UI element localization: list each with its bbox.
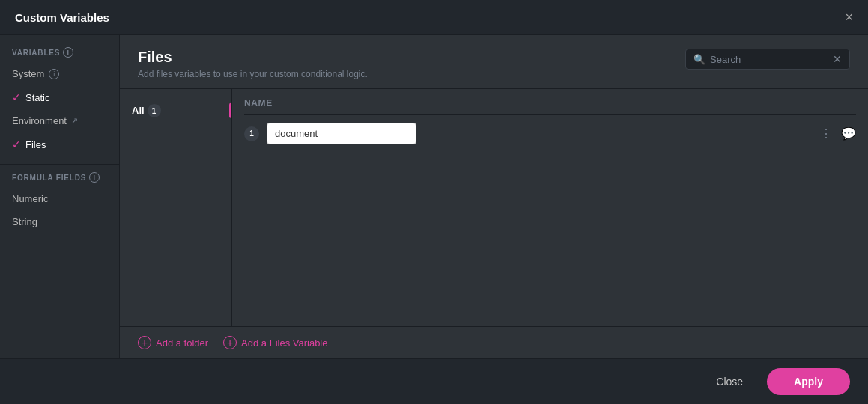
environment-label: Environment (12, 115, 67, 126)
close-icon[interactable]: × (845, 10, 853, 24)
folder-panel: All1 (120, 89, 232, 326)
add-variable-label: Add a Files Variable (241, 337, 327, 349)
custom-variables-modal: Custom Variables × VARIABLES i System i … (0, 0, 868, 404)
content-subtitle: Add files variables to use in your custo… (138, 69, 368, 79)
variable-name-input[interactable] (267, 123, 416, 144)
content-area: Files Add files variables to use in your… (120, 35, 868, 358)
name-column-header: Name (244, 98, 856, 115)
modal-title: Custom Variables (15, 11, 109, 24)
files-label: Files (25, 139, 46, 150)
files-check-icon: ✓ (12, 138, 21, 150)
formula-info-icon[interactable]: i (89, 172, 100, 183)
folder-all-count: 1 (148, 104, 161, 117)
row-comment-icon[interactable]: 💬 (841, 126, 856, 141)
static-check-icon: ✓ (12, 91, 21, 103)
sidebar-item-environment[interactable]: Environment ↗ (0, 109, 119, 132)
close-button[interactable]: Close (701, 370, 758, 394)
sidebar-divider (0, 164, 119, 165)
sidebar-item-string[interactable]: String (0, 210, 119, 233)
variables-info-icon[interactable]: i (63, 47, 73, 58)
system-info-icon[interactable]: i (49, 69, 59, 79)
add-folder-label: Add a folder (156, 337, 208, 349)
search-icon: 🔍 (694, 54, 705, 65)
row-actions: ⋮ 💬 (817, 125, 856, 142)
add-variable-link[interactable]: + Add a Files Variable (223, 336, 327, 349)
modal-body: VARIABLES i System i ✓ Static Environmen… (0, 35, 868, 358)
sidebar: VARIABLES i System i ✓ Static Environmen… (0, 35, 120, 358)
static-label: Static (25, 92, 50, 103)
content-footer: + Add a folder + Add a Files Variable (120, 326, 868, 358)
variables-section-label: VARIABLES i (0, 47, 119, 62)
clear-search-icon[interactable]: ✕ (833, 53, 842, 65)
folder-item-all[interactable]: All1 (120, 98, 231, 123)
content-header: Files Add files variables to use in your… (120, 35, 868, 89)
add-folder-link[interactable]: + Add a folder (138, 336, 208, 349)
add-folder-plus-icon: + (138, 336, 151, 349)
row-menu-icon[interactable]: ⋮ (817, 125, 835, 142)
content-title-block: Files Add files variables to use in your… (138, 49, 368, 79)
apply-button[interactable]: Apply (767, 368, 850, 395)
sidebar-item-static[interactable]: ✓ Static (0, 85, 119, 109)
string-label: String (12, 216, 37, 227)
formula-section-label: FORMULA FIELDS i (0, 172, 119, 187)
sidebar-item-system[interactable]: System i (0, 62, 119, 85)
external-link-icon: ↗ (71, 116, 78, 126)
modal-header: Custom Variables × (0, 0, 868, 35)
modal-footer: Close Apply (0, 358, 868, 404)
table-row: 1 ⋮ 💬 (244, 123, 856, 144)
variables-panel: Name 1 ⋮ 💬 (232, 89, 868, 326)
folder-all-label: All (132, 105, 145, 116)
search-input[interactable] (710, 54, 828, 65)
numeric-label: Numeric (12, 193, 48, 204)
row-number: 1 (244, 126, 259, 141)
sidebar-item-files[interactable]: ✓ Files (0, 132, 119, 156)
sidebar-item-numeric[interactable]: Numeric (0, 187, 119, 210)
content-main: All1 Name 1 ⋮ 💬 (120, 89, 868, 326)
system-label: System (12, 68, 44, 79)
search-box: 🔍 ✕ (685, 49, 850, 70)
content-title: Files (138, 49, 368, 66)
add-variable-plus-icon: + (223, 336, 237, 349)
